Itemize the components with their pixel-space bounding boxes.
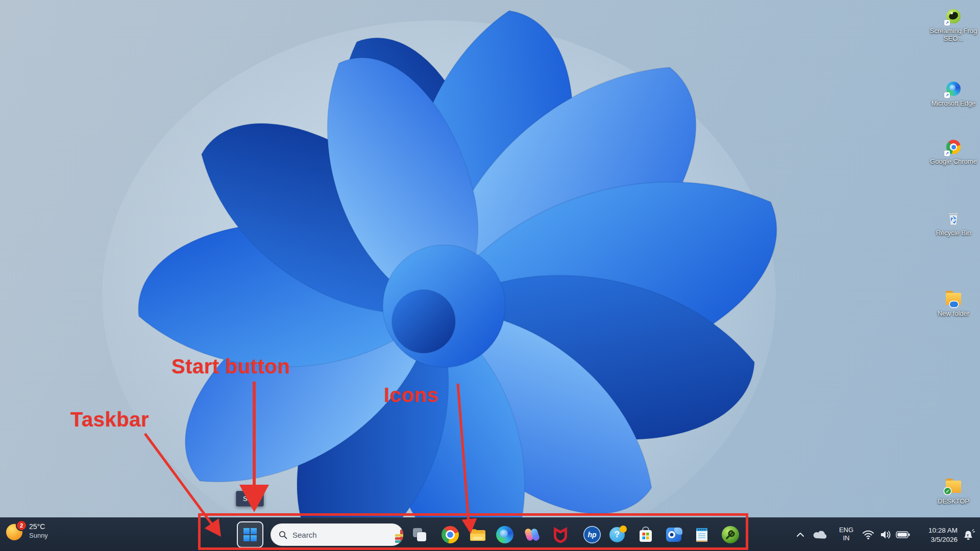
bloom-wallpaper-graphic (0, 0, 980, 517)
folder-icon (945, 291, 962, 307)
language-line2: IN (835, 534, 857, 542)
chrome-icon (442, 526, 459, 543)
notification-bell-icon: z (962, 529, 975, 541)
screaming-frog-icon: ↗ (945, 8, 962, 24)
chrome-taskbar-button[interactable] (440, 524, 460, 545)
wifi-tray-button[interactable] (860, 524, 877, 545)
desktop-icon-recycle-bin[interactable]: Recycle Bin (927, 210, 980, 237)
hp-logo-text: hp (587, 531, 596, 539)
desktop-icon-label: Microsoft Edge (932, 99, 976, 107)
start-button[interactable] (237, 521, 263, 548)
search-icon (279, 531, 287, 539)
tray-overflow-button[interactable] (792, 524, 808, 545)
onedrive-cloud-icon (813, 530, 828, 540)
outlook-icon (665, 527, 682, 543)
volume-tray-button[interactable] (877, 524, 894, 545)
onedrive-sync-badge-icon (950, 302, 958, 307)
weather-temperature: 25°C (29, 522, 48, 532)
chrome-running-indicator (446, 548, 454, 550)
folder-icon: ✓ (945, 479, 962, 495)
search-input[interactable] (292, 531, 394, 539)
shortcut-arrow-icon: ↗ (944, 92, 950, 98)
notification-count-badge: 2 (17, 521, 26, 530)
svg-text:z: z (967, 533, 969, 537)
start-tooltip: Start (236, 491, 264, 507)
notepad-button[interactable] (692, 524, 712, 545)
desktop-icon-label: Screaming Frog SEO... (927, 27, 980, 43)
windows-logo-icon (243, 528, 257, 541)
onedrive-tray-button[interactable] (811, 524, 830, 545)
desktop-icon-desktop-folder[interactable]: ✓ DESKTOP (927, 479, 980, 505)
copilot-button[interactable] (522, 524, 543, 545)
desktop-icon-screaming-frog[interactable]: ↗ Screaming Frog SEO... (927, 8, 980, 43)
weather-widget[interactable]: 2 25°C Sunny (6, 522, 48, 540)
language-indicator[interactable]: ENG IN (835, 526, 857, 543)
copilot-icon (524, 526, 541, 543)
file-explorer-icon (469, 527, 486, 542)
annotation-icons-label: Icons (384, 384, 438, 407)
edge-taskbar-button[interactable] (495, 524, 515, 545)
diagnostics-wrench-icon (722, 526, 739, 543)
annotation-taskbar-label: Taskbar (70, 408, 149, 431)
desktop-icon-new-folder[interactable]: New folder (927, 291, 980, 317)
get-help-icon: ? (609, 526, 627, 543)
desktop-icon-label: New folder (938, 310, 969, 317)
desktop-icon-label: DESKTOP (938, 497, 969, 505)
sun-weather-icon: 2 (6, 522, 24, 540)
task-view-button[interactable] (409, 524, 430, 545)
desktop-icon-label: Google Chrome (930, 158, 977, 165)
desktop-icon-label: Recycle Bin (936, 229, 971, 237)
clock-date: 3/5/2026 (914, 535, 958, 544)
hp-diagnostics-button[interactable] (720, 524, 741, 545)
microsoft-store-icon (638, 526, 654, 543)
search-highlight-books-icon (394, 523, 403, 546)
desktop-wallpaper: ↗ Screaming Frog SEO... ↗ Microsoft Edge… (0, 0, 980, 517)
edge-icon (496, 526, 513, 543)
notification-center-button[interactable]: z (959, 524, 978, 545)
sync-complete-badge-icon: ✓ (944, 488, 951, 494)
microsoft-store-button[interactable] (635, 524, 656, 545)
shortcut-arrow-icon: ↗ (944, 20, 950, 26)
wifi-icon (862, 530, 874, 540)
edge-icon: ↗ (945, 81, 962, 97)
mcafee-shield-icon (552, 526, 569, 543)
mcafee-button[interactable] (550, 524, 571, 545)
question-mark-glyph: ? (615, 530, 620, 540)
notepad-icon (695, 526, 709, 543)
file-explorer-button[interactable] (468, 524, 488, 545)
hp-button[interactable]: hp (582, 524, 602, 545)
recycle-bin-icon (945, 210, 962, 227)
speaker-icon (879, 530, 892, 540)
language-line1: ENG (835, 526, 857, 534)
clock-widget[interactable]: 10:28 AM 3/5/2026 (914, 526, 958, 544)
chrome-icon: ↗ (945, 139, 962, 155)
shortcut-arrow-icon: ↗ (944, 151, 950, 156)
desktop-icon-microsoft-edge[interactable]: ↗ Microsoft Edge (927, 81, 980, 107)
hp-icon: hp (583, 526, 601, 543)
windows-desktop: ↗ Screaming Frog SEO... ↗ Microsoft Edge… (0, 0, 980, 551)
search-box[interactable] (271, 523, 403, 546)
annotation-start-button-label: Start button (172, 355, 290, 378)
chevron-up-icon (796, 532, 804, 537)
battery-tray-button[interactable] (893, 524, 913, 545)
desktop-icon-google-chrome[interactable]: ↗ Google Chrome (927, 139, 980, 165)
task-view-icon (412, 527, 427, 542)
weather-condition: Sunny (29, 532, 48, 540)
battery-icon (896, 531, 910, 538)
get-help-button[interactable]: ? (608, 524, 628, 545)
clock-time: 10:28 AM (914, 526, 958, 535)
outlook-button[interactable] (664, 524, 684, 545)
taskbar: 2 25°C Sunny (0, 517, 980, 551)
